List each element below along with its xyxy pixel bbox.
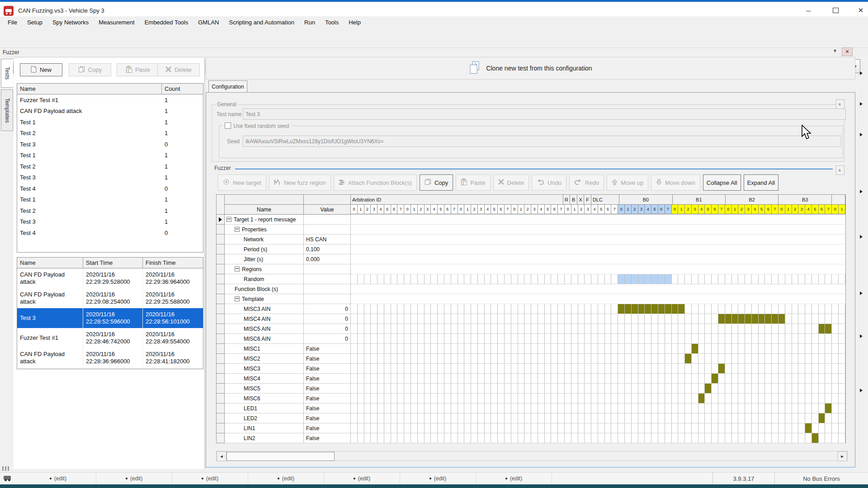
bit-cell[interactable] [491,404,498,413]
bit-cell[interactable] [812,374,819,383]
bit-cell[interactable] [685,404,692,413]
bit-cell[interactable] [397,314,404,324]
bit-cell[interactable] [571,354,578,363]
bit-cell[interactable] [785,274,792,284]
menu-run[interactable]: Run [299,16,320,29]
bit-cell[interactable] [377,374,384,383]
bit-cell[interactable] [498,334,505,343]
bit-cell[interactable] [819,304,826,314]
bit-cell[interactable] [397,374,404,383]
bit-cell[interactable] [418,304,425,314]
bit-cell[interactable] [712,423,718,433]
bit-cell[interactable] [518,334,525,343]
bit-cell[interactable] [377,304,384,314]
dock-arrow-icon[interactable] [860,334,863,338]
bit-cell[interactable] [819,394,826,403]
bit-cell[interactable] [451,314,458,324]
bit-cell[interactable] [438,384,444,393]
bit-cell[interactable] [397,433,404,443]
bit-cell[interactable] [819,433,826,443]
bit-cell[interactable] [545,304,552,314]
bit-cell[interactable] [358,433,364,443]
bit-cell[interactable] [665,364,672,373]
row-selector-cell[interactable] [217,334,225,344]
bit-cell[interactable] [524,314,531,324]
bit-cell[interactable] [772,423,778,433]
bit-cell[interactable] [819,354,826,363]
bit-cell[interactable] [558,374,565,383]
menu-scripting-and-automation[interactable]: Scripting and Automation [224,16,299,29]
bit-cell[interactable] [464,413,471,423]
bit-cell[interactable] [839,324,845,333]
bit-cell[interactable] [618,364,625,373]
bit-cell[interactable] [665,304,672,314]
bit-cell[interactable] [464,433,471,443]
bit-cell[interactable] [798,344,805,353]
bit-cell[interactable] [451,344,458,353]
bit-cell[interactable] [438,364,444,373]
bit-cell[interactable] [718,334,725,343]
bit-cell[interactable] [351,374,358,383]
bit-cell[interactable] [551,274,558,284]
row-selector-cell[interactable] [217,374,225,384]
bit-cell[interactable] [565,423,571,433]
bit-cell[interactable] [605,374,612,383]
bit-cell[interactable] [819,324,826,333]
bit-cell[interactable] [725,404,732,413]
bit-cell[interactable] [397,354,404,363]
bit-cell[interactable] [698,274,705,284]
bit-cell[interactable] [591,354,598,363]
row-selector-cell[interactable] [217,225,225,235]
status-edit-segment[interactable]: (edit) [400,473,476,484]
bit-cell[interactable] [471,404,478,413]
bit-cell[interactable] [498,314,505,324]
bit-cell[interactable] [425,423,431,433]
bit-cell[interactable] [665,394,672,403]
bit-cell[interactable] [772,384,778,393]
row-value-cell[interactable]: False [304,423,351,433]
bit-cell[interactable] [618,404,625,413]
bit-cell[interactable] [685,364,692,373]
bit-cell[interactable] [358,384,364,393]
bit-cell[interactable] [578,384,585,393]
bit-cell[interactable] [478,374,485,383]
bit-cell[interactable] [371,334,377,343]
bit-cell[interactable] [765,324,772,333]
bit-cell[interactable] [625,324,632,333]
bit-cell[interactable] [618,274,625,284]
bit-cell[interactable] [645,344,651,353]
bit-cell[interactable] [598,384,605,393]
bit-cell[interactable] [785,344,792,353]
bit-cell[interactable] [712,413,718,423]
row-value-cell[interactable]: False [304,364,351,374]
row-selector-cell[interactable] [217,364,225,374]
bit-cell[interactable] [458,394,465,403]
bit-cell[interactable] [839,344,845,353]
bit-cell[interactable] [698,374,705,383]
row-value-cell[interactable] [304,294,351,304]
bit-cell[interactable] [551,394,558,403]
bit-cell[interactable] [498,304,505,314]
bit-cell[interactable] [778,364,785,373]
dock-arrow-icon[interactable] [860,235,863,239]
bit-cell[interactable] [611,274,618,284]
bit-cell[interactable] [377,413,384,423]
bit-cell[interactable] [558,304,565,314]
bit-cell[interactable] [478,404,485,413]
bit-cell[interactable] [785,334,792,343]
bit-cell[interactable] [391,304,398,314]
bit-cell[interactable] [712,404,718,413]
bit-cell[interactable] [585,344,591,353]
bit-cell[interactable] [598,344,605,353]
bit-cell[interactable] [418,324,425,333]
row-value-cell[interactable]: False [304,354,351,364]
bit-cell[interactable] [404,423,411,433]
bit-cell[interactable] [591,334,598,343]
bit-cell[interactable] [498,344,505,353]
row-value-cell[interactable]: False [304,413,351,423]
bit-cell[interactable] [377,423,384,433]
bit-cell[interactable] [524,334,531,343]
bit-cell[interactable] [785,413,792,423]
bit-cell[interactable] [772,304,778,314]
bit-cell[interactable] [658,274,665,284]
